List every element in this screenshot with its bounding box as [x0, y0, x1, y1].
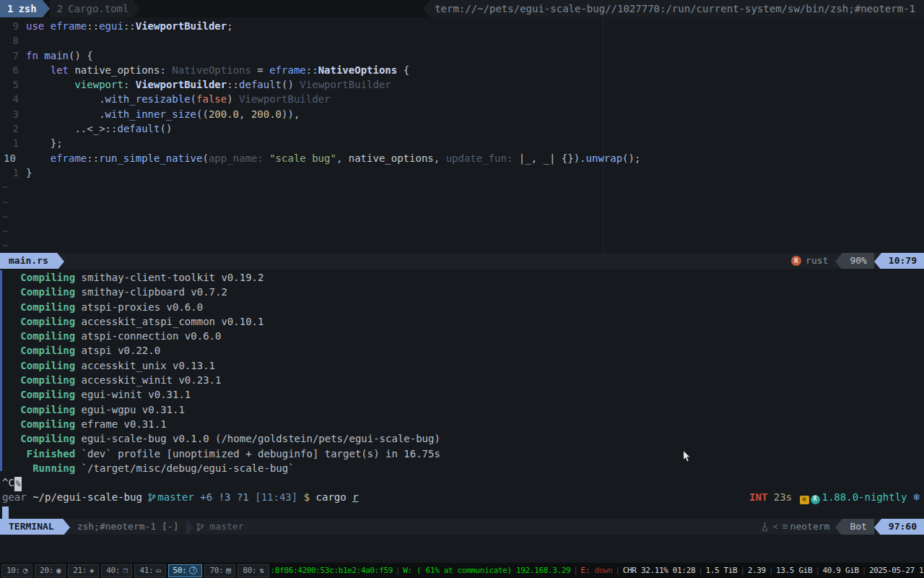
- cargo-package-icon: ▣: [800, 496, 809, 504]
- text-segment: (: [191, 93, 196, 105]
- text-segment: Compiling: [20, 433, 75, 444]
- text-segment: [2, 448, 27, 460]
- workspace-button-80[interactable]: 80:⇅: [237, 564, 269, 577]
- text-segment: }: [26, 167, 32, 178]
- stat-text: 2.39: [748, 566, 766, 575]
- text-segment: ,: [336, 152, 349, 164]
- separator: |: [396, 566, 400, 575]
- code-line: 1 };: [0, 136, 924, 150]
- workspace-number: 20:: [40, 566, 53, 575]
- workspace-app-icon: ?: [189, 566, 197, 574]
- code-line: 3 .with_inner_size((200.0, 200.0)),: [0, 107, 924, 121]
- text-segment: false: [196, 93, 227, 105]
- line-number: 5: [0, 77, 19, 92]
- text-segment: Compiling: [20, 316, 75, 327]
- terminal-buffer-title: term://~/pets/egui-scale-bug//1027770:/r…: [430, 0, 924, 17]
- code-line: 8: [0, 33, 924, 48]
- text-segment: [230, 491, 236, 503]
- stat-text: :8f86:4200:53c:b1e2:4a0:f59: [271, 566, 393, 575]
- tab-label: zsh: [18, 0, 36, 17]
- text-segment: NativeOptions: [172, 64, 257, 76]
- separator: |: [862, 566, 866, 575]
- terminal-line: Compiling accesskit_winit v0.23.1: [0, 373, 924, 387]
- branch-name: master: [210, 519, 244, 535]
- workspace-button-20[interactable]: 20:◉: [35, 564, 66, 577]
- line-number: 10: [0, 151, 19, 165]
- terminal-line: Finished `dev` profile [unoptimized + de…: [0, 447, 924, 461]
- code-line: 1}: [0, 165, 924, 180]
- scroll-label: Bot: [842, 519, 873, 535]
- text-segment: %: [14, 477, 22, 491]
- text-segment: ::: [123, 20, 136, 32]
- text-segment: ViewportBuilder: [300, 79, 391, 90]
- text-segment: [907, 491, 913, 503]
- tab-cargo-toml[interactable]: 2Cargo.toml: [50, 0, 134, 17]
- text-segment: =: [257, 64, 269, 76]
- terminal-line: Compiling eframe v0.31.1: [0, 417, 924, 431]
- text-segment: [297, 491, 303, 503]
- workspace-button-70[interactable]: 70:▤: [204, 564, 235, 577]
- terminal-line: Compiling atspi-proxies v0.6.0: [0, 300, 924, 314]
- tab-index: 1: [7, 0, 13, 17]
- terminal-line: ^C%: [0, 475, 924, 490]
- text-segment: ViewportBuilder: [136, 79, 227, 90]
- line-number: 1: [0, 136, 19, 150]
- text-segment: !3: [219, 491, 231, 503]
- powerline-arrow-icon: [43, 0, 50, 17]
- text-segment: [2, 506, 9, 519]
- terminal-line: Running `/target/misc/debug/egui-scale-b…: [0, 461, 924, 475]
- text-segment: ((: [196, 108, 209, 120]
- git-branch-icon: [148, 493, 156, 502]
- text-segment: [249, 491, 255, 503]
- git-branch-segment: master: [193, 519, 251, 535]
- cursor-position: 10:79: [881, 253, 924, 269]
- text-segment: ::: [227, 79, 239, 90]
- text-segment: ,: [239, 108, 251, 120]
- text-segment: "scale bug": [269, 152, 336, 164]
- text-segment: update_fun:: [446, 152, 519, 164]
- stat-text: 2025-05-27 11:43:10: [869, 566, 924, 575]
- workspace-button-41[interactable]: 41:▭: [134, 564, 165, 577]
- text-segment: () {: [69, 50, 93, 61]
- screen: 1zsh 2Cargo.toml term://~/pets/egui-scal…: [0, 0, 924, 578]
- powerline-arrow-icon: [133, 0, 140, 17]
- code-lines: 9use eframe::egui::ViewportBuilder;87fn …: [0, 19, 924, 254]
- workspace-number: 80:: [243, 566, 256, 575]
- workspace-app-icon: ▤: [226, 566, 230, 575]
- text-segment: cargo: [310, 491, 352, 503]
- terminal-buffer[interactable]: Compiling smithay-client-toolkit v0.19.2…: [0, 269, 924, 519]
- workspace-button-40[interactable]: 40:❐: [101, 564, 132, 577]
- empty-line-tilde: ~: [0, 238, 924, 253]
- terminal-line: Compiling accesskit_unix v0.13.1: [0, 358, 924, 373]
- terminal-line: Compiling egui-scale-bug v0.1.0 (/home/g…: [0, 431, 924, 446]
- line-number: 4: [0, 92, 19, 106]
- text-segment: 1.88.0-nightly: [822, 491, 907, 503]
- text-segment: atspi-proxies v0.6.0: [75, 301, 203, 313]
- text-segment: ::: [105, 123, 118, 134]
- text-segment: main: [44, 50, 69, 61]
- text-segment: atspi-connection v0.6.0: [75, 330, 221, 342]
- tab-index: 2: [57, 0, 63, 17]
- workspace-button-50[interactable]: 50:?: [168, 564, 203, 577]
- text-segment: {: [397, 64, 409, 76]
- workspace-number: 40:: [106, 566, 120, 575]
- text-segment: Compiling: [20, 418, 75, 430]
- scroll-percent: 90%: [842, 253, 873, 269]
- workspace-button-21[interactable]: 21:✚: [68, 564, 99, 577]
- text-segment: [2, 462, 32, 474]
- text-segment: Compiling: [20, 286, 75, 298]
- text-segment: with_inner_size: [105, 108, 196, 120]
- terminal-line: [0, 505, 924, 519]
- tab-zsh[interactable]: 1zsh: [0, 0, 43, 17]
- text-segment: egui-scale-bug v0.1.0 (/home/goldstein/p…: [75, 433, 440, 444]
- editor-buffer[interactable]: 9use eframe::egui::ViewportBuilder;87fn …: [0, 17, 924, 253]
- text-segment: ): [227, 93, 239, 105]
- text-segment: <_>: [87, 123, 105, 134]
- right-prompt: INT 23s ▣R1.88.0-nightly ❄: [749, 490, 920, 504]
- workspace-button-10[interactable]: 10:◔: [1, 564, 32, 577]
- text-segment: [2, 272, 20, 283]
- text-segment: :: [160, 64, 172, 76]
- text-segment: accesskit_winit v0.23.1: [75, 374, 221, 386]
- i3-status-bar: 10:◔20:◉21:✚40:❐41:▭50:?70:▤80:⇅ :8f86:4…: [0, 563, 924, 578]
- text-segment: [27, 491, 32, 503]
